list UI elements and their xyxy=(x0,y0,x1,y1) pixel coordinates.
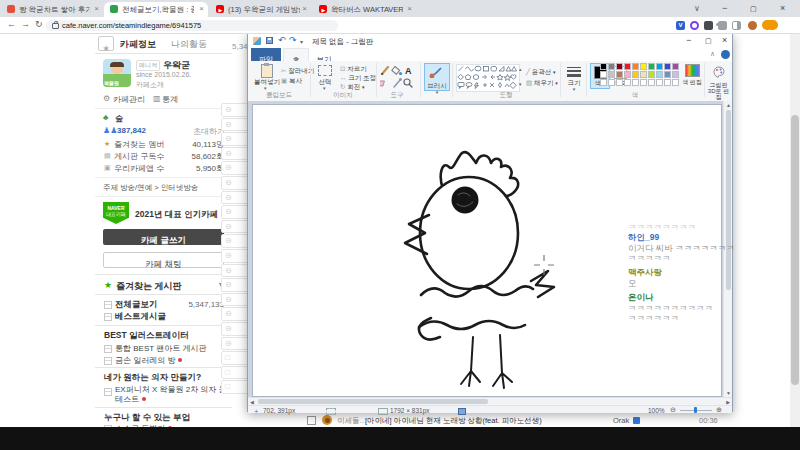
extension-v-icon[interactable]: V xyxy=(676,21,685,30)
select-button[interactable]: 선택 ▾ xyxy=(314,64,336,90)
browser-tab-2-active[interactable]: 전체글보기,왁물원 : 종합 게시 × xyxy=(104,2,208,17)
extension-circle-icon[interactable] xyxy=(690,21,699,30)
tab-close-icon[interactable]: × xyxy=(94,5,99,13)
palette-swatch[interactable] xyxy=(624,79,631,86)
tab-close-icon[interactable]: × xyxy=(302,5,307,13)
palette-swatch[interactable] xyxy=(624,71,631,78)
zoom-in-icon[interactable]: ⊕ xyxy=(716,406,722,414)
scroll-right-icon[interactable]: ▶ xyxy=(726,399,730,405)
shapes-scroll-down-icon[interactable]: ▾ xyxy=(519,81,522,87)
tab-search-icon[interactable]: ∨ xyxy=(694,4,700,13)
palette-swatch[interactable] xyxy=(632,71,639,78)
extension-dark-icon[interactable] xyxy=(704,21,713,30)
palette-swatch[interactable] xyxy=(672,79,679,86)
browser-tab-1[interactable]: 짱 왁굳차트 쌓아 후기 한 번간 × xyxy=(1,2,103,17)
palette-swatch[interactable] xyxy=(640,63,647,70)
side-panel-icon[interactable] xyxy=(732,21,741,30)
palette-swatch[interactable] xyxy=(608,63,615,70)
palette-swatch[interactable] xyxy=(632,79,639,86)
cafe-stats-link[interactable]: 통계 xyxy=(162,94,178,105)
palette-swatch[interactable] xyxy=(624,63,631,70)
shapes-grid[interactable] xyxy=(456,64,520,92)
board-link-best-posts[interactable]: 베스트게시글 xyxy=(115,311,166,323)
paint3d-button[interactable]: 그림판 3D로 편집 xyxy=(706,64,731,94)
board-link-goldhand[interactable]: 금손 일러레의 방 xyxy=(115,355,182,366)
size-button[interactable]: 크기 ▾ xyxy=(564,65,584,89)
paint-minimize-icon[interactable]: − xyxy=(686,35,691,45)
palette-swatch[interactable] xyxy=(656,63,663,70)
url-text[interactable]: cafe.naver.com/steamindiegame/6941575 xyxy=(62,21,201,30)
paint-menu-view[interactable]: 보기 xyxy=(311,48,337,61)
zoom-slider-thumb[interactable] xyxy=(694,407,697,413)
palette-swatch[interactable] xyxy=(664,63,671,70)
redo-icon[interactable]: ↷ xyxy=(289,35,297,45)
palette-swatch[interactable] xyxy=(648,79,655,86)
palette-swatch[interactable] xyxy=(640,79,647,86)
crop-button[interactable]: ⊡ 자르기 xyxy=(340,65,367,74)
shapes-scroll-up-icon[interactable]: ▴ xyxy=(519,66,522,72)
palette-swatch[interactable] xyxy=(600,71,607,78)
palette-swatch[interactable] xyxy=(648,71,655,78)
palette-swatch[interactable] xyxy=(656,79,663,86)
palette-swatch[interactable] xyxy=(600,79,607,86)
palette-swatch[interactable] xyxy=(664,71,671,78)
edit-colors-button[interactable]: 색 편집 xyxy=(682,64,702,90)
outline-button[interactable]: ╱ 윤곽선 ▾ xyxy=(526,68,556,77)
palette-swatch[interactable] xyxy=(632,63,639,70)
playlist-title[interactable]: [아이네] 아이네님 현재 노래방 상황(feat. 피아노선생) xyxy=(365,416,542,426)
sidebar-tab-my-activity[interactable]: 나의활동 xyxy=(171,38,207,51)
palette-swatch[interactable] xyxy=(616,79,623,86)
palette-swatch[interactable] xyxy=(600,63,607,70)
tool-icons[interactable]: A xyxy=(380,65,414,89)
browser-tab-4[interactable]: ▶ 왁타버스 WAKTAVERSE - YouTu × xyxy=(313,2,416,17)
help-icon[interactable]: ? xyxy=(721,50,730,59)
paint-menu-file[interactable]: 파일 xyxy=(251,48,281,61)
cafe-manage-link[interactable]: 카페관리 xyxy=(113,94,145,105)
palette-swatch[interactable] xyxy=(616,63,623,70)
extensions-puzzle-icon[interactable] xyxy=(718,21,727,30)
canvas-hscrollbar[interactable]: ◀ ▶ xyxy=(248,397,732,405)
palette-swatch[interactable] xyxy=(648,63,655,70)
paint-titlebar[interactable]: ↶ ↷ ▾ 제목 없음 - 그림판 − ▢ × xyxy=(248,34,732,48)
board-link-contest[interactable]: EX퍼니처 X 왁물원 2차 의자 콘테스트 xyxy=(115,385,227,405)
zoom-out-icon[interactable]: ⊖ xyxy=(670,406,676,414)
paste-button[interactable]: 붙여넣기 ▾ xyxy=(254,64,278,90)
playlist-row[interactable]: 이세돌… [아이네] 아이네님 현재 노래방 상황(feat. 피아노선생) O… xyxy=(305,414,750,427)
shape-fill-button[interactable]: ▨ 채우기 ▾ xyxy=(526,79,558,88)
copy-button[interactable]: ▣ 복사 xyxy=(281,77,302,86)
palette-swatch[interactable] xyxy=(608,79,615,86)
checkbox[interactable] xyxy=(307,416,316,425)
paint-menu-home-active[interactable]: 홈 xyxy=(283,48,309,61)
url-bar[interactable]: cafe.naver.com/steamindiegame/6941575 xyxy=(46,20,338,31)
tab-close-icon[interactable]: × xyxy=(407,5,412,13)
cafe-topic[interactable]: 주제 방송/연예 > 인터넷방송 xyxy=(103,183,198,193)
scroll-up-icon[interactable]: ▲ xyxy=(726,102,731,108)
palette-swatch[interactable] xyxy=(672,63,679,70)
tab-close-icon[interactable]: × xyxy=(199,5,204,13)
undo-icon[interactable]: ↶ xyxy=(278,35,286,45)
browser-tab-3[interactable]: ▶ (13) 우왁굳의 게임방송 - YouTu × xyxy=(210,2,311,17)
favorite-star-button[interactable]: ★ xyxy=(98,36,114,51)
window-maximize-icon[interactable]: ▢ xyxy=(750,5,757,13)
board-link-fanart[interactable]: 통합 BEST 팬아트 게시판 xyxy=(115,343,206,354)
paint-maximize-icon[interactable]: ▢ xyxy=(705,37,712,45)
qat-dropdown-icon[interactable]: ▾ xyxy=(300,38,303,45)
window-minimize-icon[interactable]: − xyxy=(722,3,727,13)
save-icon[interactable] xyxy=(266,37,273,44)
cafe-write-button[interactable]: 카페 글쓰기 xyxy=(103,229,224,245)
favorite-boards-label[interactable]: 즐겨찾는 게시판 xyxy=(116,280,182,293)
ribbon-collapse-icon[interactable]: ∧ xyxy=(710,50,715,58)
brush-button-selected[interactable]: 브러시 ▾ xyxy=(424,63,450,91)
profile-avatar[interactable] xyxy=(748,21,757,30)
reload-icon[interactable]: ↻ xyxy=(35,19,43,29)
canvas-hscroll-thumb[interactable] xyxy=(258,399,488,404)
palette-swatch[interactable] xyxy=(656,71,663,78)
resize-button[interactable]: ↔ 크기 조정 xyxy=(340,74,376,83)
palette-swatch[interactable] xyxy=(672,71,679,78)
cafe-intro-link[interactable]: 카페소개 xyxy=(136,80,164,90)
palette-swatch[interactable] xyxy=(640,71,647,78)
window-close-icon[interactable]: × xyxy=(780,3,785,13)
scroll-left-icon[interactable]: ◀ xyxy=(250,399,254,405)
forward-icon[interactable]: → xyxy=(21,19,30,29)
forest-label[interactable]: 숲 xyxy=(115,113,123,124)
